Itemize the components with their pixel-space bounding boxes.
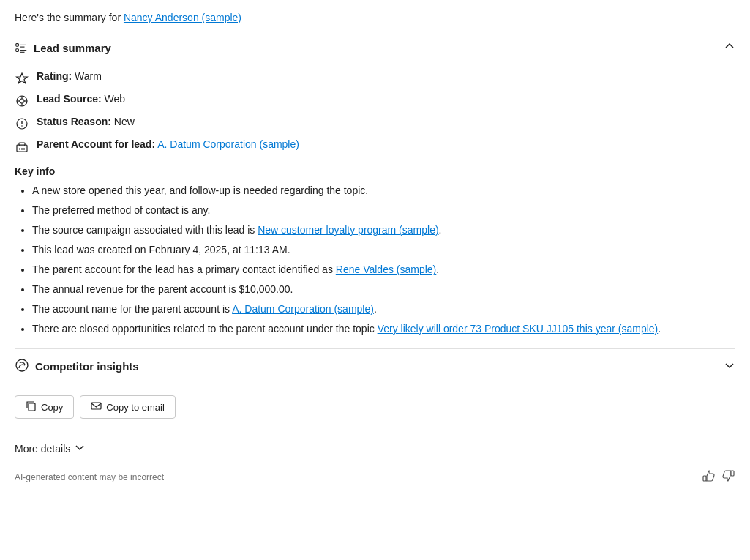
parent-account-icon [15, 139, 29, 154]
key-info-section: Key info A new store opened this year, a… [15, 165, 735, 337]
intro-prefix: Here's the summary for [15, 12, 124, 23]
copy-button[interactable]: Copy [15, 395, 74, 419]
status-reason-label: Status Reason: New [37, 116, 135, 127]
key-info-item-7: There are closed opportunities related t… [32, 321, 735, 337]
lead-summary-header-left: Lead summary [15, 41, 111, 54]
svg-rect-22 [29, 403, 35, 411]
status-reason-icon [15, 116, 29, 131]
copy-to-email-button[interactable]: Copy to email [80, 395, 175, 419]
lead-source-value: Web [105, 93, 126, 105]
key-info-text-5: The annual revenue for the parent accoun… [32, 283, 293, 295]
svg-rect-25 [731, 471, 734, 476]
field-lead-source: Lead Source: Web [15, 93, 735, 108]
key-info-text-7-before: There are closed opportunities related t… [32, 323, 378, 335]
competitor-insights-icon [15, 358, 29, 375]
intro-text: Here's the summary for Nancy Anderson (s… [15, 12, 735, 23]
svg-marker-6 [17, 73, 28, 83]
field-status-reason: Status Reason: New [15, 116, 735, 131]
status-reason-value: New [114, 116, 135, 127]
key-info-item-4: The parent account for the lead has a pr… [32, 262, 735, 277]
more-details-chevron-icon [75, 442, 85, 455]
key-info-item-3: This lead was created on February 4, 202… [32, 242, 735, 258]
rating-value: Warm [75, 70, 102, 82]
svg-rect-23 [91, 403, 101, 409]
copy-to-email-label: Copy to email [106, 402, 164, 413]
copy-label: Copy [41, 402, 63, 413]
key-info-text-1: The preferred method of contact is any. [32, 204, 210, 216]
competitor-header-left: Competitor insights [15, 358, 139, 375]
competitor-insights-header: Competitor insights [15, 349, 735, 384]
key-info-item-5: The annual revenue for the parent accoun… [32, 282, 735, 297]
lead-summary-collapse-icon[interactable] [724, 40, 735, 55]
actions-row: Copy Copy to email [15, 395, 735, 430]
ai-disclaimer: AI-generated content may be incorrect [15, 472, 164, 482]
svg-rect-0 [16, 44, 19, 47]
svg-rect-1 [16, 49, 19, 52]
competitor-insights-section: Competitor insights [15, 348, 735, 384]
lead-source-label: Lead Source: Web [37, 93, 125, 105]
lead-summary-section-header: Lead summary [15, 34, 735, 61]
rating-label: Rating: Warm [37, 70, 102, 82]
lead-source-icon [15, 94, 29, 108]
key-info-text-0: A new store opened this year, and follow… [32, 184, 368, 196]
svg-rect-24 [703, 476, 706, 481]
key-info-item-6: The account name for the parent account … [32, 302, 735, 317]
svg-point-15 [21, 125, 23, 127]
key-info-text-6-before: The account name for the parent account … [32, 303, 232, 315]
campaign-link[interactable]: New customer loyalty program (sample) [258, 224, 438, 236]
feedback-icons [702, 469, 735, 485]
more-details-label: More details [15, 443, 70, 455]
competitor-insights-expand-icon[interactable] [724, 359, 735, 374]
opportunity-link[interactable]: Very likely will order 73 Product SKU JJ… [378, 323, 659, 335]
field-rating: Rating: Warm [15, 70, 735, 86]
key-info-item-1: The preferred method of contact is any. [32, 203, 735, 218]
key-info-item-0: A new store opened this year, and follow… [32, 183, 735, 198]
more-details-row[interactable]: More details [15, 442, 735, 455]
key-info-title: Key info [15, 165, 735, 177]
key-info-text-4-before: The parent account for the lead has a pr… [32, 264, 336, 275]
competitor-insights-title: Competitor insights [35, 360, 139, 373]
key-info-text-2-before: The source campaign associated with this… [32, 224, 258, 236]
contact-link[interactable]: Rene Valdes (sample) [336, 264, 436, 275]
key-info-item-2: The source campaign associated with this… [32, 223, 735, 238]
person-link[interactable]: Nancy Anderson (sample) [124, 12, 241, 23]
lead-summary-icon [15, 41, 28, 54]
email-icon [91, 400, 102, 414]
parent-account-link[interactable]: A. Datum Corporation (sample) [157, 138, 299, 150]
account-name-link[interactable]: A. Datum Corporation (sample) [232, 303, 374, 315]
key-info-text-3: This lead was created on February 4, 202… [32, 244, 290, 255]
star-icon [15, 71, 29, 86]
thumbs-down-icon[interactable] [722, 469, 735, 485]
lead-fields-list: Rating: Warm Lead Source: Web Status Rea… [15, 70, 735, 154]
footer-row: AI-generated content may be incorrect [15, 469, 735, 485]
svg-point-21 [16, 359, 28, 371]
copy-icon [26, 400, 37, 414]
key-info-list: A new store opened this year, and follow… [15, 183, 735, 337]
lead-summary-title: Lead summary [34, 42, 111, 54]
svg-point-8 [20, 99, 24, 103]
thumbs-up-icon[interactable] [702, 469, 715, 485]
field-parent-account: Parent Account for lead: A. Datum Corpor… [15, 138, 735, 154]
parent-account-label: Parent Account for lead: A. Datum Corpor… [37, 138, 299, 150]
